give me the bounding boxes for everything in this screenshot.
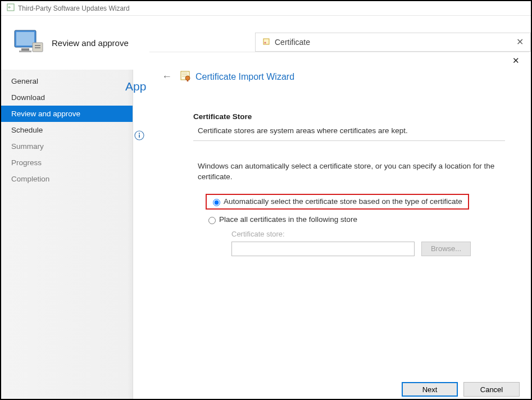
radio-auto-select[interactable]: [213, 199, 220, 206]
section-divider: [193, 140, 505, 141]
svg-point-14: [185, 76, 190, 80]
sidebar-item-summary[interactable]: Summary: [1, 138, 133, 154]
svg-rect-8: [263, 39, 269, 44]
outer-window-title: Third-Party Software Updates Wizard: [18, 4, 130, 12]
wizard-cert-icon: [180, 70, 192, 83]
wizard-app-icon: [7, 3, 18, 13]
wizard-heading: Certificate Import Wizard: [195, 72, 294, 82]
certificate-window-close-icon[interactable]: ✕: [516, 37, 524, 47]
certificate-import-wizard-dialog: ✕ ← Certificate Import Wizard Certificat…: [149, 52, 530, 398]
svg-point-11: [139, 133, 140, 134]
section-description: Certificate stores are system areas wher…: [193, 126, 505, 135]
certificate-store-label: Certificate store:: [231, 230, 505, 238]
svg-rect-7: [35, 47, 40, 48]
section-title: Certificate Store: [193, 112, 505, 121]
radio-place-all[interactable]: [208, 217, 216, 224]
certificate-window-titlebar: Certificate ✕: [255, 33, 531, 52]
cancel-button[interactable]: Cancel: [463, 382, 520, 397]
svg-rect-4: [19, 51, 31, 52]
back-arrow-icon[interactable]: ←: [162, 71, 172, 83]
wizard-page-title: Review and approve: [52, 38, 129, 48]
sidebar-item-general[interactable]: General: [1, 73, 133, 89]
radio-auto-select-label: Automatically select the certificate sto…: [224, 197, 462, 206]
svg-rect-3: [21, 48, 29, 51]
sidebar-item-schedule[interactable]: Schedule: [1, 122, 133, 138]
certificate-icon: [262, 38, 270, 47]
content-heading-partial: App: [125, 80, 146, 93]
sidebar-item-review-and-approve[interactable]: Review and approve: [1, 106, 133, 122]
next-button[interactable]: Next: [402, 382, 458, 397]
wizard-sidebar: General Download Review and approve Sche…: [1, 70, 133, 399]
certificate-window-title: Certificate: [275, 38, 310, 47]
browse-button: Browse...: [421, 242, 471, 256]
outer-window-titlebar: Third-Party Software Updates Wizard: [1, 1, 531, 16]
help-text: Windows can automatically select a certi…: [193, 161, 497, 183]
svg-rect-12: [139, 135, 140, 138]
highlighted-option: Automatically select the certificate sto…: [206, 194, 469, 210]
svg-point-9: [264, 42, 266, 43]
radio-place-all-label: Place all certificates in the following …: [219, 215, 357, 224]
monitor-icon: [12, 28, 44, 58]
sidebar-item-download[interactable]: Download: [1, 89, 133, 106]
info-icon: [134, 130, 144, 142]
svg-rect-6: [35, 45, 40, 46]
svg-rect-2: [16, 32, 34, 46]
sidebar-item-completion[interactable]: Completion: [1, 171, 133, 187]
certificate-store-input: [231, 242, 415, 256]
close-icon[interactable]: ✕: [512, 56, 520, 66]
sidebar-item-progress[interactable]: Progress: [1, 154, 133, 171]
